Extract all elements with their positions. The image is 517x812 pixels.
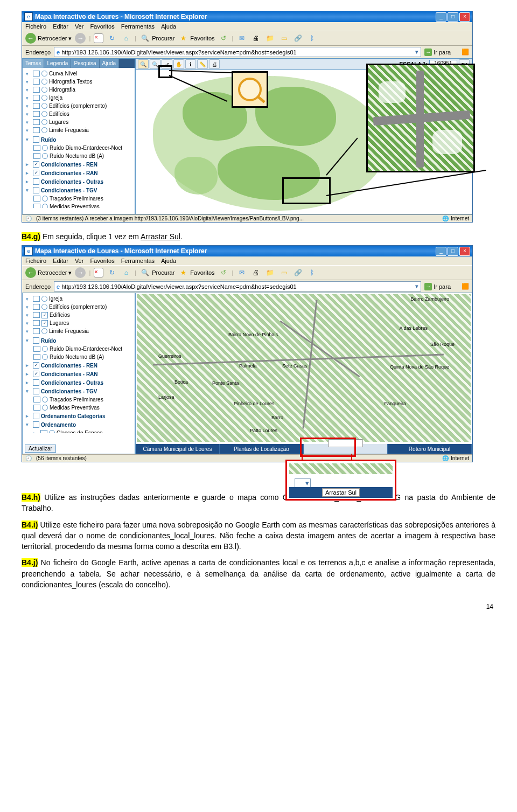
address-bar: Endereço e http://193.126.106.190/AloDig… xyxy=(22,46,472,58)
back-button[interactable]: ←Retroceder ▾ xyxy=(25,33,72,44)
forward-button[interactable]: → xyxy=(75,267,86,278)
folder-button[interactable]: 📁 xyxy=(264,33,275,44)
menu-bar-2: Ficheiro Editar Ver Favoritos Ferramenta… xyxy=(22,256,472,265)
tab-ajuda[interactable]: Ajuda xyxy=(100,59,120,68)
history-button[interactable]: ↺ xyxy=(218,33,229,44)
actualizar-button[interactable]: Actualizar xyxy=(25,445,56,453)
home-button[interactable]: ⌂ xyxy=(121,267,131,278)
menu-ficheiro[interactable]: Ficheiro xyxy=(25,23,46,30)
status-zone: Internet xyxy=(451,216,469,221)
group-checkbox-tgv[interactable] xyxy=(33,187,39,193)
screenshot-2: e Mapa Interactivo de Loures - Microsoft… xyxy=(22,245,495,482)
refresh-button[interactable]: ↻ xyxy=(107,267,117,278)
arrastar-zoom-callout: ▾ Arrastar Sul xyxy=(285,460,396,501)
zoom-in-icon[interactable]: 🔍 xyxy=(138,59,149,69)
menu-ver[interactable]: Ver xyxy=(75,23,84,30)
address-bar-2: Endereço e http://193.126.106.190/AloDig… xyxy=(22,280,472,293)
close-button[interactable]: × xyxy=(459,247,470,256)
nav-plantas[interactable]: Plantas de Localização xyxy=(220,444,304,454)
step-b4h-tag: B4.h) xyxy=(22,493,40,502)
step-b4h: B4.h) Utilize as instruções dadas anteri… xyxy=(22,492,495,514)
arrastar-highlight-small xyxy=(300,438,356,457)
menu-ajuda[interactable]: Ajuda xyxy=(161,23,176,30)
toolbar-2: ←Retroceder ▾ → | × ↻ ⌂ | 🔍Procurar ★Fav… xyxy=(22,265,472,280)
layer-radio[interactable] xyxy=(41,127,47,133)
layers-sidebar: Temas Legenda Pesquisa Ajuda ▾Curva Níve… xyxy=(22,58,135,214)
print-icon[interactable]: 🖨 xyxy=(209,59,220,69)
layer-radio[interactable] xyxy=(41,95,47,101)
maximize-button[interactable]: □ xyxy=(448,247,458,256)
group-checkbox-ren[interactable]: ✓ xyxy=(33,161,39,168)
step-b4i: B4.i) Utilize este ficheiro para fazer u… xyxy=(22,519,495,552)
note-button[interactable]: ▭ xyxy=(278,33,289,44)
sidebar-tabs: Temas Legenda Pesquisa Ajuda xyxy=(23,59,135,68)
go-button[interactable]: →Ir para xyxy=(424,283,451,290)
menu-favoritos[interactable]: Favoritos xyxy=(90,23,114,30)
maximize-button[interactable]: □ xyxy=(448,12,458,22)
content-area-2: ▾Igreja ▾Edifícios (complemento) ▾✓Edifí… xyxy=(22,293,472,454)
mail-button[interactable]: ✉ xyxy=(236,33,247,44)
address-input[interactable]: e http://193.126.106.190/AloDigitalViewe… xyxy=(54,47,421,57)
arrastar-sul-link: Arrastar Sul xyxy=(141,232,180,241)
search-button[interactable]: 🔍Procurar xyxy=(139,267,174,278)
stop-button[interactable]: × xyxy=(94,268,103,277)
menu-ferramentas[interactable]: Ferramentas xyxy=(121,23,155,30)
tab-temas[interactable]: Temas xyxy=(23,59,44,68)
search-button[interactable]: 🔍Procurar xyxy=(139,33,174,44)
arrastar-sul-big-label: Arrastar Sul xyxy=(322,488,360,497)
stop-button[interactable]: × xyxy=(94,33,103,43)
step-b4i-tag: B4.i) xyxy=(22,520,38,529)
step-b4j-tag: B4.j) xyxy=(22,558,38,567)
refresh-button[interactable]: ↻ xyxy=(107,33,117,44)
map-canvas-2[interactable]: Bairro Zambujeiro A das Lebres Bairro No… xyxy=(137,294,471,453)
link-button[interactable]: 🔗 xyxy=(292,33,303,44)
layer-radio[interactable] xyxy=(41,71,47,77)
group-checkbox-outras[interactable] xyxy=(33,178,39,185)
close-button[interactable]: × xyxy=(459,12,470,22)
map-area-2[interactable]: Bairro Zambujeiro A das Lebres Bairro No… xyxy=(135,293,472,454)
menu-editar[interactable]: Editar xyxy=(53,23,68,30)
page-number: 14 xyxy=(22,603,495,610)
minimize-button[interactable]: _ xyxy=(436,12,446,22)
tab-pesquisa[interactable]: Pesquisa xyxy=(71,59,99,68)
layer-radio[interactable] xyxy=(41,79,47,85)
layer-radio[interactable] xyxy=(41,87,47,93)
layer-radio[interactable] xyxy=(41,119,47,125)
nav-roteiro[interactable]: Roteiro Municipal xyxy=(388,444,472,454)
favorites-button[interactable]: ★Favoritos xyxy=(178,267,214,278)
back-button[interactable]: ←Retroceder ▾ xyxy=(25,267,72,278)
go-button[interactable]: →Ir para xyxy=(424,48,451,56)
info-icon[interactable]: ℹ xyxy=(185,59,196,69)
ie-icon: e xyxy=(24,12,33,21)
ie-window-2: e Mapa Interactivo de Loures - Microsoft… xyxy=(22,245,473,462)
print-button[interactable]: 🖨 xyxy=(250,33,261,44)
layer-radio[interactable] xyxy=(41,111,47,117)
group-checkbox[interactable] xyxy=(33,136,39,143)
address-input-2[interactable]: e http://193.126.106.190/AloDigitalViewe… xyxy=(54,281,421,292)
zoom-source-rect xyxy=(282,177,331,204)
status-bar-1: 🕘 (3 itemns restantes) A receber a image… xyxy=(22,214,472,222)
forward-button[interactable]: → xyxy=(75,33,86,44)
step-b4j: B4.j) No ficheiro do Google Earth, activ… xyxy=(22,557,495,590)
nav-camara[interactable]: Câmara Municipal de Loures xyxy=(136,444,220,454)
window-title-bar: e Mapa Interactivo de Loures - Microsoft… xyxy=(22,11,472,22)
status-text-2: (56 itemns restantes) xyxy=(36,455,87,461)
home-button[interactable]: ⌂ xyxy=(121,33,131,44)
tab-legenda[interactable]: Legenda xyxy=(44,59,71,68)
layer-radio[interactable] xyxy=(41,103,47,109)
group-checkbox-ran[interactable]: ✓ xyxy=(33,170,39,176)
bluetooth-button[interactable]: ᛒ xyxy=(306,33,317,44)
pan-icon[interactable]: ✋ xyxy=(173,59,184,69)
zoom-detail-callout xyxy=(366,64,475,172)
measure-icon[interactable]: 📏 xyxy=(197,59,208,69)
status-text: (3 itemns restantes) A receber a imagem … xyxy=(36,216,304,221)
window-title-bar-2: e Mapa Interactivo de Loures - Microsoft… xyxy=(22,246,472,256)
screenshot-1: e Mapa Interactivo de Loures - Microsoft… xyxy=(22,11,495,223)
address-label: Endereço xyxy=(25,49,51,55)
minimize-button[interactable]: _ xyxy=(436,247,446,256)
layer-list: ▾Curva Nível ▾Hidrografia Textos ▾Hidrog… xyxy=(23,68,135,208)
favorites-button[interactable]: ★Favoritos xyxy=(178,33,214,44)
zoom-icon-callout xyxy=(232,71,268,108)
step-b4g: B4.g) Em seguida, clique 1 vez em Arrast… xyxy=(22,232,495,241)
toolbar: ←Retroceder ▾ → | × ↻ ⌂ | 🔍Procurar ★Fav… xyxy=(22,31,472,46)
